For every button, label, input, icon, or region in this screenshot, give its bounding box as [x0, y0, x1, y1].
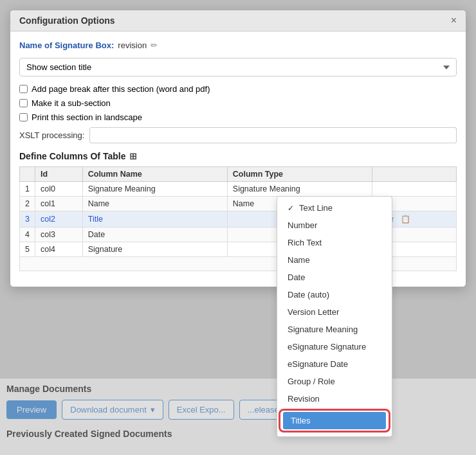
row-actions — [372, 182, 456, 197]
row-id: col4 — [35, 242, 83, 257]
dropdown-item-grouprole[interactable]: Group / Role — [277, 373, 392, 390]
modal-header: Configuration Options × — [10, 10, 466, 31]
row-colname: Title — [82, 211, 227, 228]
modal-close-button[interactable]: × — [451, 15, 457, 26]
table-add-icon[interactable]: ⊞ — [129, 151, 137, 161]
col-header-coltype: Column Type — [227, 167, 372, 182]
dropdown-item-sigmeaning[interactable]: Signature Meaning — [277, 321, 392, 338]
sig-name-label: Name of Signature Box: — [19, 40, 114, 50]
define-cols-label: Define Columns Of Table — [19, 151, 125, 161]
checkbox-landscape: Print this section in landscape — [19, 112, 457, 122]
row-num: 5 — [20, 242, 35, 257]
row-num: 3 — [20, 211, 35, 228]
column-type-dropdown: Text Line Number Rich Text Name Date Dat… — [277, 196, 392, 437]
row-colname: Name — [82, 197, 227, 211]
titles-highlight-wrapper: Titles — [279, 409, 390, 433]
dropdown-item-textline[interactable]: Text Line — [277, 199, 392, 217]
dropdown-item-versionletter[interactable]: Version Letter — [277, 303, 392, 321]
row-num: 4 — [20, 228, 35, 242]
col-header-actions — [372, 167, 456, 182]
row-colname: Date — [82, 228, 227, 242]
xslt-label: XSLT processing: — [19, 130, 84, 140]
copy-row-button[interactable]: 📋 — [399, 214, 412, 224]
select-row: Show section title — [19, 58, 457, 76]
xslt-input[interactable] — [89, 127, 457, 143]
checkbox-page-break-label: Add page break after this section (word … — [32, 84, 210, 94]
row-id: col2 — [35, 211, 83, 228]
row-id: col1 — [35, 197, 83, 211]
modal-body: Name of Signature Box: revision ✏ Show s… — [10, 31, 466, 287]
config-options-modal: Configuration Options × Name of Signatur… — [10, 10, 466, 287]
row-id: col0 — [35, 182, 83, 197]
row-num: 1 — [20, 182, 35, 197]
define-cols-header: Define Columns Of Table ⊞ — [19, 151, 457, 161]
checkbox-landscape-input[interactable] — [19, 113, 28, 121]
sig-name-row: Name of Signature Box: revision ✏ — [19, 40, 457, 50]
dropdown-item-titles[interactable]: Titles — [283, 412, 386, 429]
row-colname: Signature — [82, 242, 227, 257]
row-num: 2 — [20, 197, 35, 211]
col-header-id: Id — [35, 167, 83, 182]
dropdown-item-richtext[interactable]: Rich Text — [277, 234, 392, 251]
col-header-colname: Column Name — [82, 167, 227, 182]
row-colname: Signature Meaning — [82, 182, 227, 197]
edit-icon[interactable]: ✏ — [151, 40, 158, 50]
checkbox-landscape-label: Print this section in landscape — [32, 112, 142, 122]
sig-name-value: revision — [118, 40, 147, 50]
dropdown-item-dateauto[interactable]: Date (auto) — [277, 286, 392, 303]
modal-title: Configuration Options — [19, 15, 115, 26]
dropdown-item-number[interactable]: Number — [277, 217, 392, 234]
dropdown-item-revision[interactable]: Revision — [277, 390, 392, 407]
dropdown-item-esig-signature[interactable]: eSignature Signature — [277, 338, 392, 355]
checkbox-sub-section-label: Make it a sub-section — [32, 98, 111, 108]
dropdown-item-date[interactable]: Date — [277, 269, 392, 286]
row-id: col3 — [35, 228, 83, 242]
table-row: 1 col0 Signature Meaning Signature Meani… — [20, 182, 457, 197]
col-header-num — [20, 167, 35, 182]
xslt-row: XSLT processing: — [19, 127, 457, 143]
checkbox-sub-section: Make it a sub-section — [19, 98, 457, 108]
row-coltype: Signature Meaning — [227, 182, 372, 197]
dropdown-item-name[interactable]: Name — [277, 251, 392, 269]
checkbox-page-break: Add page break after this section (word … — [19, 84, 457, 94]
dropdown-item-esig-date[interactable]: eSignature Date — [277, 355, 392, 373]
checkbox-page-break-input[interactable] — [19, 85, 28, 93]
section-select[interactable]: Show section title — [19, 58, 457, 76]
checkbox-sub-section-input[interactable] — [19, 99, 28, 107]
